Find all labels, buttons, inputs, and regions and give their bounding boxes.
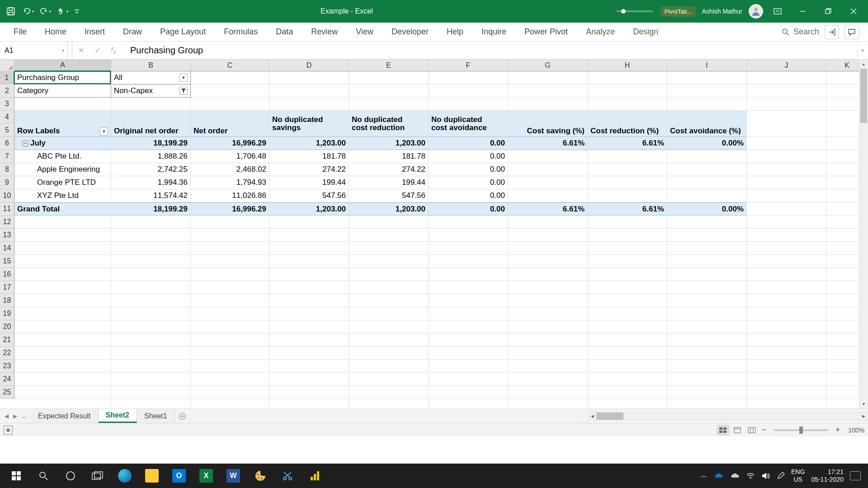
cancel-formula-icon[interactable]: ✕ (76, 46, 86, 55)
cell[interactable] (191, 242, 269, 255)
vscroll-thumb[interactable] (860, 69, 867, 123)
cell[interactable] (111, 347, 191, 360)
cell[interactable] (588, 150, 667, 163)
row-header-23[interactable]: 23 (0, 360, 14, 373)
cell[interactable]: Grand Total (14, 202, 111, 216)
cell[interactable] (429, 399, 508, 408)
cell[interactable] (667, 333, 747, 347)
cell[interactable]: Orange PTE LTD (14, 176, 111, 189)
pen-icon[interactable] (777, 472, 785, 480)
cell[interactable]: 199.44 (269, 176, 349, 189)
row-header-9[interactable]: 9 (0, 176, 14, 189)
row-header-4[interactable]: 4 (0, 111, 14, 124)
tab-page-layout[interactable]: Page Layout (151, 23, 215, 41)
column-header-E[interactable]: E (349, 60, 429, 71)
row-header-14[interactable]: 14 (0, 242, 14, 255)
cell[interactable] (349, 399, 429, 408)
cell[interactable] (111, 360, 191, 373)
cell[interactable]: Apple Engineering (14, 163, 111, 176)
cell[interactable] (508, 176, 588, 189)
cell[interactable] (667, 294, 747, 307)
cell[interactable] (508, 347, 588, 360)
formula-expand-icon[interactable]: ▾ (857, 42, 868, 59)
sheet-nav-ellipsis[interactable]: ... (22, 413, 26, 419)
cell[interactable] (191, 268, 269, 281)
cell[interactable] (508, 399, 588, 408)
cell[interactable]: 6.61% (588, 137, 667, 150)
cell[interactable] (349, 84, 429, 98)
cells-area[interactable]: Purchasing GroupAll▼CategoryNon-CapexRow… (14, 71, 868, 408)
cell[interactable]: −July (14, 137, 111, 150)
cell[interactable] (747, 137, 826, 150)
cell[interactable] (349, 71, 429, 84)
cell[interactable] (349, 373, 429, 386)
macro-record-icon[interactable] (4, 426, 13, 435)
tab-help[interactable]: Help (438, 23, 472, 41)
cell[interactable] (747, 242, 826, 255)
cell[interactable]: Net order (191, 111, 269, 137)
cell[interactable] (191, 98, 269, 111)
cell[interactable] (349, 347, 429, 360)
cell[interactable]: 274.22 (269, 163, 349, 176)
row-header-18[interactable]: 18 (0, 294, 14, 307)
edge-icon[interactable] (111, 464, 138, 488)
cell[interactable] (269, 360, 349, 373)
cell[interactable] (588, 307, 667, 320)
cell[interactable] (588, 386, 667, 399)
cell[interactable] (588, 268, 667, 281)
cell[interactable] (191, 281, 269, 294)
wifi-icon[interactable] (746, 472, 755, 479)
column-header-H[interactable]: H (588, 60, 667, 71)
cell[interactable] (429, 386, 508, 399)
cell[interactable] (747, 202, 826, 216)
name-box-resizer[interactable]: ⋮ (68, 42, 72, 59)
cell[interactable] (508, 163, 588, 176)
cell[interactable] (269, 242, 349, 255)
column-header-B[interactable]: B (111, 60, 191, 71)
cell[interactable]: ABC Pte Ltd. (14, 150, 111, 163)
cell[interactable]: 274.22 (349, 163, 429, 176)
row-header-16[interactable]: 16 (0, 268, 14, 281)
cell[interactable] (429, 347, 508, 360)
cell[interactable] (747, 281, 826, 294)
hscroll-thumb[interactable] (596, 413, 623, 420)
cell[interactable] (111, 98, 191, 111)
cell[interactable] (747, 294, 826, 307)
cell[interactable] (747, 360, 826, 373)
sheet-nav-next-icon[interactable]: ▶ (13, 413, 17, 419)
cell[interactable] (269, 255, 349, 268)
cell[interactable] (429, 294, 508, 307)
cell[interactable] (191, 320, 269, 333)
cell[interactable] (14, 360, 111, 373)
cell[interactable]: 0.00% (667, 137, 747, 150)
cell[interactable] (747, 98, 826, 111)
cell[interactable]: Cost avoidance (%) (667, 111, 747, 137)
cell[interactable] (349, 360, 429, 373)
cell[interactable] (667, 281, 747, 294)
outlook-icon[interactable]: O (165, 464, 193, 488)
cell[interactable] (429, 281, 508, 294)
cell[interactable] (111, 281, 191, 294)
cell[interactable] (191, 347, 269, 360)
search-box[interactable]: Search (782, 27, 819, 37)
column-header-J[interactable]: J (747, 60, 826, 71)
cell[interactable] (269, 307, 349, 320)
explorer-icon[interactable] (138, 464, 165, 488)
select-all-corner[interactable] (0, 60, 14, 71)
cell[interactable] (269, 373, 349, 386)
cloud-icon[interactable] (730, 472, 740, 479)
cell[interactable]: 181.78 (269, 150, 349, 163)
fx-icon[interactable]: fx (108, 46, 118, 55)
sheet-tab-expected-result[interactable]: Expected Result (31, 409, 99, 423)
cell[interactable]: 1,203.00 (269, 202, 349, 216)
cell[interactable] (269, 347, 349, 360)
cell[interactable] (111, 320, 191, 333)
zoom-out-icon[interactable]: − (760, 425, 769, 435)
cell[interactable] (349, 98, 429, 111)
cell[interactable] (747, 189, 826, 202)
cell[interactable] (747, 150, 826, 163)
context-tab-label[interactable]: PivotTab... (661, 6, 696, 17)
cell[interactable] (429, 320, 508, 333)
cell[interactable] (508, 333, 588, 347)
cell[interactable] (349, 386, 429, 399)
